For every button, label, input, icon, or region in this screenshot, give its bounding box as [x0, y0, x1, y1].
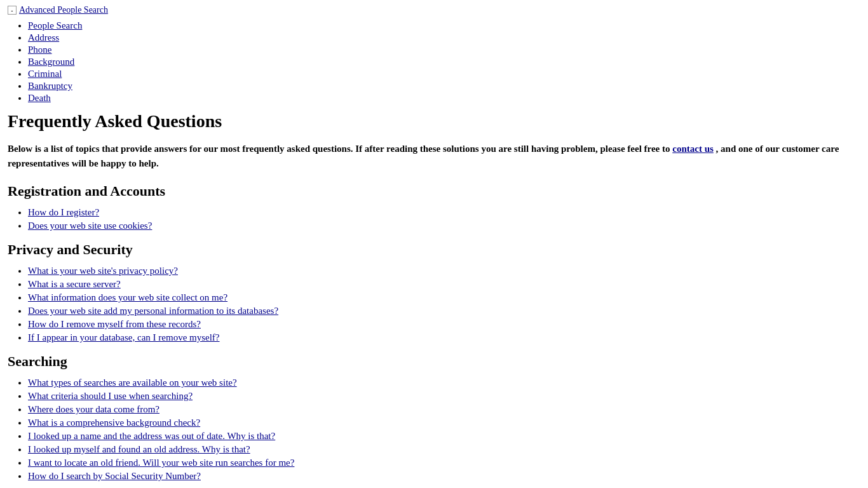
list-item: If I appear in your database, can I remo… [28, 332, 860, 343]
faq-link[interactable]: How do I remove myself from these record… [28, 319, 201, 329]
list-item: How do I remove myself from these record… [28, 319, 860, 330]
list-item: What is your web site's privacy policy? [28, 266, 860, 276]
list-item: What is a secure server? [28, 279, 860, 290]
faq-link[interactable]: I looked up myself and found an old addr… [28, 444, 250, 454]
list-item: I looked up myself and found an old addr… [28, 444, 860, 455]
faq-link[interactable]: Does your web site use cookies? [28, 220, 152, 231]
nav-item-criminal: Criminal [28, 69, 860, 79]
nav-link-criminal[interactable]: Criminal [28, 69, 62, 79]
faq-link[interactable]: What is a comprehensive background check… [28, 417, 200, 428]
list-item: How do I register? [28, 207, 860, 218]
nav-item-background: Background [28, 57, 860, 67]
section-heading-privacy: Privacy and Security [8, 241, 860, 258]
nav-item-address: Address [28, 32, 860, 43]
faq-link[interactable]: What criteria should I use when searchin… [28, 391, 193, 401]
faq-link[interactable]: I want to locate an old friend. Will you… [28, 458, 294, 468]
faq-link[interactable]: How do I register? [28, 207, 99, 217]
intro-paragraph: Below is a list of topics that provide a… [8, 142, 860, 170]
nav-list: People Search Address Phone Background C… [8, 20, 860, 104]
section-heading-registration: Registration and Accounts [8, 183, 860, 200]
contact-us-link[interactable]: contact us [672, 144, 714, 154]
list-item: I looked up a name and the address was o… [28, 431, 860, 442]
nav-item-death: Death [28, 93, 860, 104]
faq-link[interactable]: What information does your web site coll… [28, 292, 227, 302]
faq-list-privacy: What is your web site's privacy policy? … [8, 266, 860, 343]
faq-link[interactable]: If I appear in your database, can I remo… [28, 332, 220, 342]
nav-item-bankruptcy: Bankruptcy [28, 81, 860, 92]
advanced-people-search-link[interactable]: Advanced People Search [19, 5, 108, 15]
list-item: Does your web site use cookies? [28, 220, 860, 231]
faq-link[interactable]: What types of searches are available on … [28, 377, 237, 388]
minus-icon: - [11, 7, 13, 14]
list-item: Does your web site add my personal infor… [28, 306, 860, 316]
intro-text: Below is a list of topics that provide a… [8, 144, 670, 154]
nav-item-phone: Phone [28, 44, 860, 55]
nav-link-address[interactable]: Address [28, 32, 59, 43]
faq-link[interactable]: Does your web site add my personal infor… [28, 306, 278, 316]
list-item: What criteria should I use when searchin… [28, 391, 860, 402]
nav-link-bankruptcy[interactable]: Bankruptcy [28, 81, 72, 91]
list-item: What types of searches are available on … [28, 377, 860, 388]
faq-link[interactable]: How do I search by Social Security Numbe… [28, 471, 201, 481]
section-heading-searching: Searching [8, 353, 860, 370]
nav-item-people-search: People Search [28, 20, 860, 31]
faq-link[interactable]: I looked up a name and the address was o… [28, 431, 275, 441]
list-item: Where does your data come from? [28, 404, 860, 415]
section-searching: Searching What types of searches are ava… [8, 353, 860, 482]
nav-link-death[interactable]: Death [28, 93, 51, 103]
faq-link[interactable]: What is your web site's privacy policy? [28, 266, 178, 276]
top-nav: - Advanced People Search [8, 5, 860, 15]
nav-link-phone[interactable]: Phone [28, 44, 52, 55]
toggle-button[interactable]: - [8, 6, 17, 15]
section-privacy: Privacy and Security What is your web si… [8, 241, 860, 343]
nav-link-people-search[interactable]: People Search [28, 20, 82, 30]
list-item: What information does your web site coll… [28, 292, 860, 303]
faq-link[interactable]: What is a secure server? [28, 279, 121, 289]
list-item: What is a comprehensive background check… [28, 417, 860, 428]
faq-link[interactable]: Where does your data come from? [28, 404, 159, 414]
page-title: Frequently Asked Questions [8, 111, 860, 132]
list-item: How do I search by Social Security Numbe… [28, 471, 860, 482]
faq-list-searching: What types of searches are available on … [8, 377, 860, 482]
faq-list-registration: How do I register? Does your web site us… [8, 207, 860, 231]
section-registration: Registration and Accounts How do I regis… [8, 183, 860, 231]
nav-link-background[interactable]: Background [28, 57, 74, 67]
list-item: I want to locate an old friend. Will you… [28, 458, 860, 468]
